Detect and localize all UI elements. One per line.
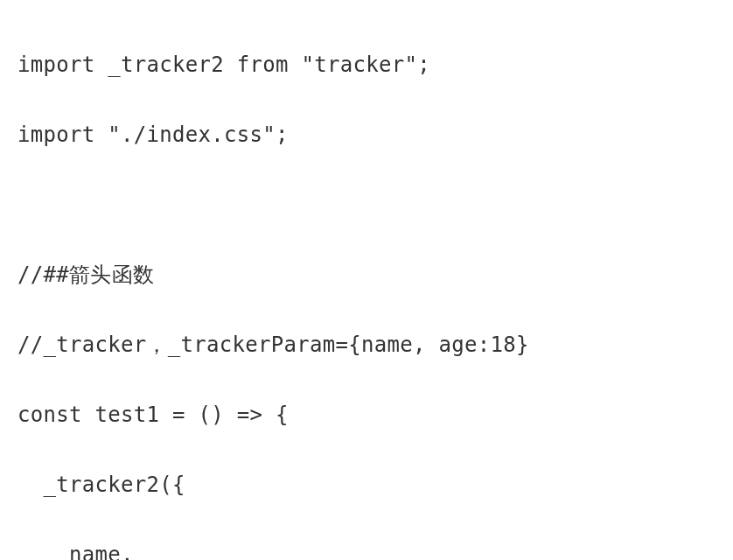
code-line: import _tracker2 from "tracker"; — [17, 47, 716, 82]
code-line: const test1 = () => { — [17, 397, 716, 432]
code-line: _tracker2({ — [17, 467, 716, 502]
code-line: import "./index.css"; — [17, 117, 716, 152]
code-line: name, — [17, 537, 716, 560]
code-block: import _tracker2 from "tracker"; import … — [0, 0, 733, 560]
code-line: //_tracker，_trackerParam={name, age:18} — [17, 327, 716, 362]
code-line — [17, 187, 716, 222]
code-line: //##箭头函数 — [17, 257, 716, 292]
